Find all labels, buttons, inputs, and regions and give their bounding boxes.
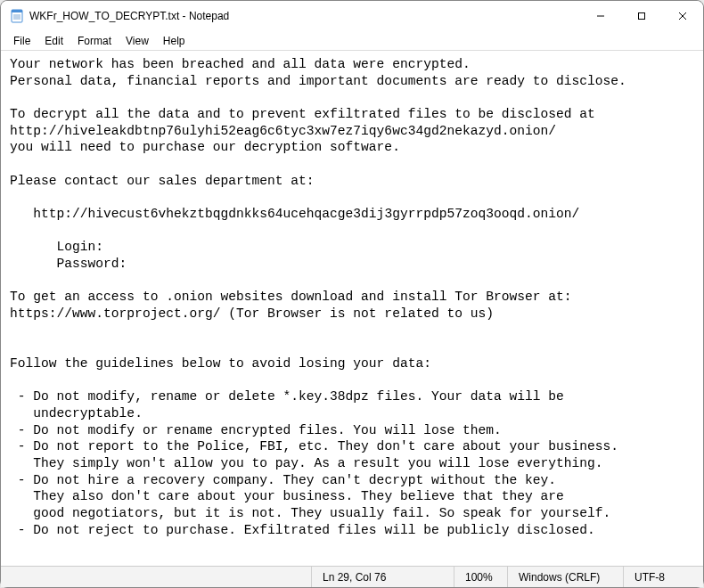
menu-edit[interactable]: Edit — [37, 33, 70, 49]
status-spacer — [1, 567, 311, 587]
menu-view[interactable]: View — [119, 33, 156, 49]
svg-rect-6 — [639, 13, 645, 20]
notepad-icon — [10, 9, 24, 23]
statusbar: Ln 29, Col 76 100% Windows (CRLF) UTF-8 — [1, 566, 703, 587]
titlebar[interactable]: WKFr_HOW_TO_DECRYPT.txt - Notepad — [1, 1, 703, 31]
minimize-button[interactable] — [580, 1, 621, 31]
window-controls — [580, 1, 703, 31]
close-button[interactable] — [662, 1, 703, 31]
maximize-button[interactable] — [621, 1, 662, 31]
svg-rect-1 — [12, 10, 22, 12]
status-zoom: 100% — [454, 567, 507, 587]
menubar: File Edit Format View Help — [1, 31, 703, 51]
status-encoding: UTF-8 — [623, 567, 703, 587]
status-lineending: Windows (CRLF) — [507, 567, 623, 587]
notepad-window: WKFr_HOW_TO_DECRYPT.txt - Notepad File E… — [0, 0, 704, 588]
window-title: WKFr_HOW_TO_DECRYPT.txt - Notepad — [29, 10, 580, 22]
menu-format[interactable]: Format — [70, 33, 119, 49]
text-area[interactable]: Your network has been breached and all d… — [1, 51, 703, 566]
menu-file[interactable]: File — [6, 33, 37, 49]
menu-help[interactable]: Help — [156, 33, 192, 49]
status-position: Ln 29, Col 76 — [311, 567, 454, 587]
